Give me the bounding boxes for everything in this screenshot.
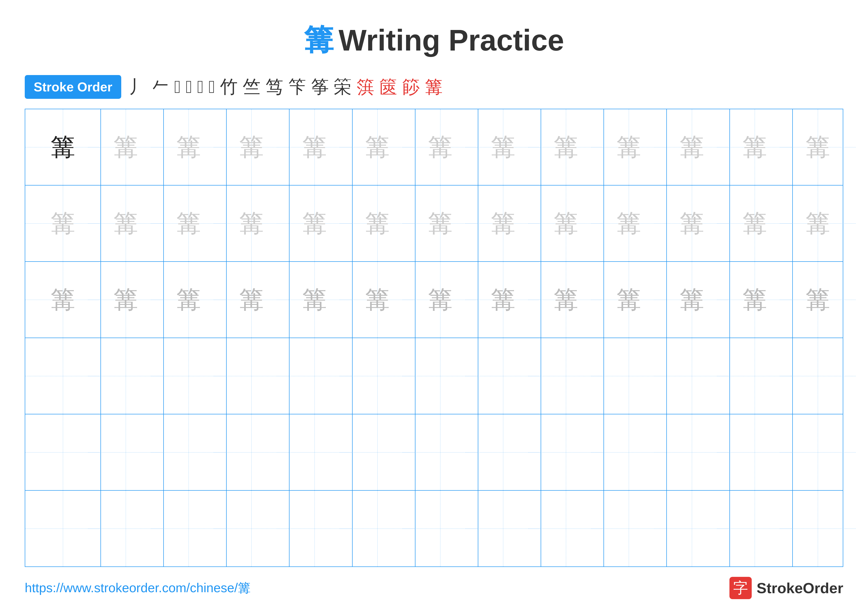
cell-character: 篝 <box>805 135 830 160</box>
stroke-order-badge: Stroke Order <box>25 75 121 99</box>
cell-character: 篝 <box>239 211 264 236</box>
cell-character: 篝 <box>51 135 75 160</box>
cell-character: 篝 <box>742 287 767 312</box>
footer-logo-icon: 字 <box>729 577 752 599</box>
footer-url[interactable]: https://www.strokeorder.com/chinese/篝 <box>25 579 251 597</box>
footer-logo: 字 StrokeOrder <box>729 577 843 599</box>
stroke-step-2: 𠂉 <box>152 78 169 96</box>
cell-character: 篝 <box>365 287 390 312</box>
grid-cell-r6-c13[interactable] <box>780 491 856 566</box>
cell-character: 篝 <box>616 287 641 312</box>
cell-character: 篝 <box>805 287 830 312</box>
cell-character: 篝 <box>491 211 515 236</box>
title-character: 篝 <box>304 20 333 60</box>
practice-grid: 篝篝篝篝篝篝篝篝篝篝篝篝篝篝篝篝篝篝篝篝篝篝篝篝篝篝篝篝篝篝篝篝篝篝篝篝篝篝篝 <box>25 109 843 567</box>
grid-cell-r5-c13[interactable] <box>780 414 856 490</box>
cell-character: 篝 <box>302 135 327 160</box>
cell-character: 篝 <box>679 287 704 312</box>
cell-character: 篝 <box>365 211 390 236</box>
cell-character: 篝 <box>113 287 138 312</box>
stroke-step-12: 筞 <box>334 78 352 96</box>
stroke-step-3: 𠂇 <box>174 78 181 96</box>
stroke-step-11: 筝 <box>311 78 329 96</box>
cell-character: 篝 <box>616 211 641 236</box>
cell-character: 篝 <box>51 287 75 312</box>
stroke-step-9: 笃 <box>265 78 283 96</box>
cell-character: 篝 <box>365 135 390 160</box>
grid-cell-r4-c13[interactable] <box>780 338 856 414</box>
grid-row-6 <box>25 491 843 566</box>
cell-character: 篝 <box>679 135 704 160</box>
stroke-step-15: 篎 <box>402 78 420 96</box>
stroke-step-10: 笇 <box>288 78 306 96</box>
stroke-step-16: 篝 <box>425 78 443 96</box>
grid-row-2: 篝篝篝篝篝篝篝篝篝篝篝篝篝 <box>25 185 843 262</box>
cell-character: 篝 <box>553 211 578 236</box>
grid-cell-r2-c13[interactable]: 篝 <box>780 185 856 261</box>
cell-character: 篝 <box>491 135 515 160</box>
cell-character: 篝 <box>742 135 767 160</box>
footer: https://www.strokeorder.com/chinese/篝 字 … <box>25 577 843 599</box>
cell-character: 篝 <box>491 287 515 312</box>
footer-logo-text: StrokeOrder <box>756 580 843 597</box>
grid-row-4 <box>25 338 843 414</box>
cell-character: 篝 <box>302 211 327 236</box>
cell-character: 篝 <box>616 135 641 160</box>
cell-character: 篝 <box>742 211 767 236</box>
cell-character: 篝 <box>51 211 75 236</box>
grid-row-5 <box>25 414 843 491</box>
cell-character: 篝 <box>176 211 201 236</box>
stroke-step-1: 丿 <box>129 78 146 96</box>
cell-character: 篝 <box>239 287 264 312</box>
page: 篝 Writing Practice Stroke Order 丿𠂉𠂇𠃊𠀎𠃑竹竺… <box>0 0 868 614</box>
cell-character: 篝 <box>428 211 453 236</box>
grid-cell-r1-c13[interactable]: 篝 <box>780 109 856 185</box>
cell-character: 篝 <box>113 211 138 236</box>
cell-character: 篝 <box>805 211 830 236</box>
stroke-step-8: 竺 <box>243 78 260 96</box>
cell-character: 篝 <box>176 135 201 160</box>
title-text: Writing Practice <box>338 23 564 57</box>
stroke-step-6: 𠃑 <box>209 78 215 96</box>
stroke-step-4: 𠃊 <box>186 78 192 96</box>
stroke-sequence: 丿𠂉𠂇𠃊𠀎𠃑竹竺笃笇筝筞篊篋篎篝 <box>129 78 443 96</box>
stroke-order-row: Stroke Order 丿𠂉𠂇𠃊𠀎𠃑竹竺笃笇筝筞篊篋篎篝 <box>25 75 843 99</box>
cell-character: 篝 <box>239 135 264 160</box>
stroke-step-14: 篋 <box>379 78 397 96</box>
page-title: 篝 Writing Practice <box>304 20 564 60</box>
cell-character: 篝 <box>176 287 201 312</box>
stroke-step-5: 𠀎 <box>197 78 203 96</box>
cell-character: 篝 <box>553 287 578 312</box>
cell-character: 篝 <box>302 287 327 312</box>
cell-character: 篝 <box>113 135 138 160</box>
cell-character: 篝 <box>679 211 704 236</box>
cell-character: 篝 <box>428 135 453 160</box>
cell-character: 篝 <box>428 287 453 312</box>
stroke-step-13: 篊 <box>356 78 374 96</box>
stroke-step-7: 竹 <box>220 78 238 96</box>
grid-row-1: 篝篝篝篝篝篝篝篝篝篝篝篝篝 <box>25 109 843 185</box>
grid-row-3: 篝篝篝篝篝篝篝篝篝篝篝篝篝 <box>25 262 843 338</box>
cell-character: 篝 <box>553 135 578 160</box>
grid-cell-r3-c13[interactable]: 篝 <box>780 262 856 337</box>
